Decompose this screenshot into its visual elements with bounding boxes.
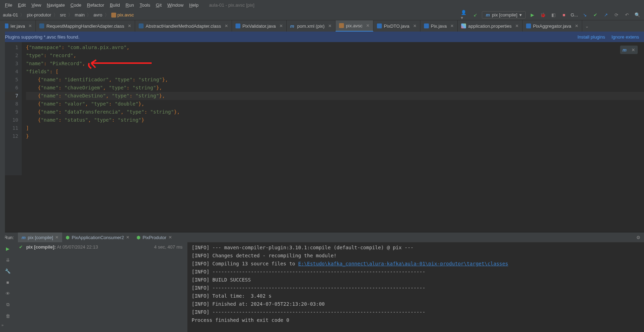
tab-AbstractHandlerMethodAdapter-class[interactable]: AbstractHandlerMethodAdapter.class✕	[135, 20, 232, 32]
code-content[interactable]: {"namespace": "com.alura.pix.avro","type…	[22, 42, 644, 175]
menu-refactor[interactable]: Refactor	[85, 2, 106, 8]
code-line[interactable]: "type": "record",	[26, 52, 644, 60]
code-line[interactable]: {"name": "chaveDestino", "type": "string…	[26, 92, 644, 100]
menu-code[interactable]: Code	[68, 2, 84, 8]
tab-label: AbstractHandlerMethodAdapter.class	[146, 23, 221, 29]
toolbar-right: 👤▾ ↙ m pix [compile] ▾ ▶ 🐞 ◧ ■ G... ↘ ✔ …	[461, 11, 641, 19]
coverage-button[interactable]: ◧	[550, 11, 557, 19]
file-type-icon: m	[290, 23, 295, 28]
breadcrumb-src[interactable]: src	[60, 12, 66, 18]
file-type-icon	[235, 23, 240, 28]
chevron-down-icon: ▾	[519, 12, 522, 18]
tab-ler-java[interactable]: ler.java✕	[0, 20, 36, 32]
close-icon[interactable]: ✕	[126, 235, 130, 240]
tab-label: pom.xml (pix)	[297, 23, 325, 29]
expand-icon[interactable]: »	[0, 323, 5, 328]
git-update-icon[interactable]: ↙	[471, 11, 479, 19]
breadcrumb-pix-produtor[interactable]: pix-produtor	[27, 12, 51, 18]
breadcrumb-aula-01[interactable]: aula-01	[3, 12, 18, 18]
debug-button[interactable]: 🐞	[539, 11, 547, 19]
git-push-icon[interactable]: ↘	[581, 11, 589, 19]
code-line[interactable]: ]	[26, 124, 644, 132]
code-line[interactable]: {"name": "chaveOrigem", "type": "string"…	[26, 84, 644, 92]
run-tree[interactable]: ✔ pix [compile]: At 05/07/2024 22:13 4 s…	[15, 242, 187, 332]
console-line: [INFO] ---------------------------------…	[192, 308, 640, 316]
close-icon[interactable]: ✕	[128, 23, 131, 28]
code-line[interactable]: {"name": "identificador", "type": "strin…	[26, 76, 644, 84]
close-icon[interactable]: ✕	[631, 47, 635, 53]
tab-RequestMappingHandlerAdapter-class[interactable]: RequestMappingHandlerAdapter.class✕	[36, 20, 135, 32]
gear-icon[interactable]: ⚙	[633, 232, 644, 242]
tab-PixValidator-java[interactable]: PixValidator.java✕	[232, 20, 287, 32]
breadcrumb-main[interactable]: main	[75, 12, 85, 18]
run-tab-label: PixApplicationConsumer2	[72, 235, 124, 240]
close-icon[interactable]: ✕	[28, 23, 32, 28]
run-tab-PixApplicationConsumer2[interactable]: ⬢PixApplicationConsumer2✕	[62, 232, 133, 242]
tab-application-properties[interactable]: application.properties✕	[458, 20, 523, 32]
revert-icon[interactable]: ↶	[623, 11, 631, 19]
menu-file[interactable]: File	[3, 2, 14, 8]
close-icon[interactable]: ✕	[450, 23, 454, 28]
file-type-icon	[461, 23, 466, 28]
close-icon[interactable]: ✕	[328, 23, 332, 28]
console-line: [INFO] Compiling 13 source files to E:\E…	[192, 260, 640, 268]
toolbar-dropdown[interactable]: G...	[571, 11, 578, 19]
tab-pix-avsc[interactable]: pix.avsc✕	[336, 20, 373, 32]
menu-navigate[interactable]: Navigate	[45, 2, 67, 8]
file-type-icon	[377, 23, 382, 28]
run-configuration-selector[interactable]: m pix [compile] ▾	[482, 11, 526, 19]
close-icon[interactable]: ✕	[55, 235, 59, 240]
menu-window[interactable]: Window	[165, 2, 186, 8]
search-icon[interactable]: 🔍	[633, 11, 641, 19]
left-tool-strip[interactable]: »	[0, 20, 5, 332]
menu-build[interactable]: Build	[108, 2, 122, 8]
menu-tools[interactable]: Tools	[138, 2, 152, 8]
close-icon[interactable]: ✕	[515, 23, 519, 28]
console-link[interactable]: E:\Estudo\kafka_connect\alura-kafka\aula…	[298, 261, 508, 266]
breadcrumb-pix-avsc[interactable]: pix.avsc	[111, 12, 134, 18]
close-icon[interactable]: ✕	[225, 23, 228, 28]
tab-pom-xml-pix-[interactable]: mpom.xml (pix)✕	[287, 20, 336, 32]
tab-PixDTO-java[interactable]: PixDTO.java✕	[373, 20, 420, 32]
menu-view[interactable]: View	[29, 2, 43, 8]
menu-edit[interactable]: Edit	[16, 2, 28, 8]
code-editor[interactable]: 123456789101112 💡 {"namespace": "com.alu…	[0, 42, 644, 175]
run-tab-PixProdutor[interactable]: ⬢PixProdutor✕	[133, 232, 175, 242]
close-icon[interactable]: ✕	[413, 23, 417, 28]
tab-Pix-java[interactable]: Pix.java✕	[420, 20, 458, 32]
check-icon: ✔	[19, 244, 23, 250]
menu-git[interactable]: Git	[154, 2, 164, 8]
chevron-right-icon: 〉	[53, 12, 58, 18]
run-button[interactable]: ▶	[529, 11, 536, 19]
user-icon[interactable]: 👤▾	[461, 11, 469, 19]
ignore-extension-link[interactable]: Ignore extens	[611, 34, 639, 40]
code-line[interactable]: {"name": "dataTransferencia", "type": "s…	[26, 108, 644, 116]
git-fetch-icon[interactable]: ↗	[602, 11, 610, 19]
history-icon[interactable]: ⟳	[612, 11, 620, 19]
menu-help[interactable]: Help	[187, 2, 201, 8]
stop-button[interactable]: ■	[560, 11, 568, 19]
run-tab-pix-compile-[interactable]: mpix [compile]✕	[18, 232, 62, 242]
run-console[interactable]: [INFO] --- maven-compiler-plugin:3.10.1:…	[187, 242, 644, 332]
tabs-overflow-icon[interactable]: ⌄	[582, 20, 592, 32]
run-tabs-bar: Run: mpix [compile]✕⬢PixApplicationConsu…	[0, 232, 644, 242]
file-type-icon	[139, 23, 144, 28]
editor-floating-toolbar[interactable]: m ✕	[620, 46, 638, 54]
close-icon[interactable]: ✕	[168, 235, 172, 240]
close-icon[interactable]: ✕	[366, 23, 370, 28]
code-line[interactable]: {"name": "status", "type": "string"}	[26, 116, 644, 124]
code-line[interactable]: }	[26, 132, 644, 140]
close-icon[interactable]: ✕	[279, 23, 283, 28]
code-line[interactable]: "name": "PixRecord",	[26, 60, 644, 68]
tab-PixAggregator-java[interactable]: PixAggregator.java✕	[523, 20, 582, 32]
code-line[interactable]: {"namespace": "com.alura.pix.avro",	[26, 43, 644, 52]
close-icon[interactable]: ✕	[575, 23, 578, 28]
install-plugins-link[interactable]: Install plugins	[577, 34, 605, 40]
menu-run[interactable]: Run	[124, 2, 136, 8]
chevron-right-icon: 〉	[20, 12, 25, 18]
breadcrumb-avro[interactable]: avro	[93, 12, 102, 18]
code-line[interactable]: "fields": [	[26, 68, 644, 76]
console-line: [INFO] Total time: 3.402 s	[192, 292, 640, 300]
git-commit-icon[interactable]: ✔	[591, 11, 599, 19]
code-line[interactable]: {"name": "valor", "type": "double"},	[26, 100, 644, 108]
